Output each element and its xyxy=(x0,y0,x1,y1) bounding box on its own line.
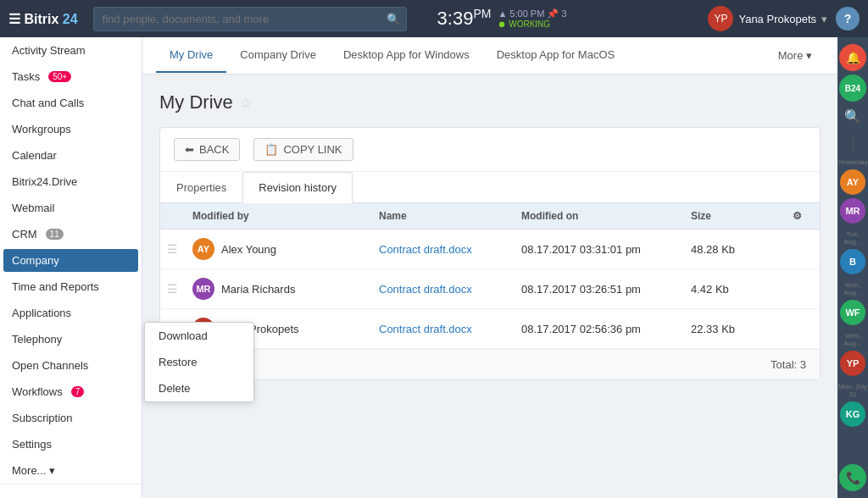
crm-badge: 11 xyxy=(46,229,64,240)
cell-modified-2: 08.17.2017 03:26:51 pm xyxy=(515,283,684,296)
right-panel: 🔔 B24 🔍 Yesterday AY MR Tue, Aug... B Mo… xyxy=(837,37,868,498)
cell-user-2: MR Maria Richards xyxy=(186,278,372,300)
tab-desktop-windows[interactable]: Desktop App for Windows xyxy=(330,38,483,73)
table-row: ☰ AY Alex Young Contract draft.docx 08.1… xyxy=(160,230,820,269)
sidebar-item-subscription[interactable]: Subscription xyxy=(0,405,142,431)
nav-more-button[interactable]: More ▾ xyxy=(766,42,824,69)
cell-user-1: AY Alex Young xyxy=(186,238,372,260)
search-icon[interactable]: 🔍 xyxy=(841,105,865,128)
subtab-revision-history[interactable]: Revision history xyxy=(242,172,353,203)
user-dropdown-icon: ▾ xyxy=(821,13,827,25)
sidebar-item-crm[interactable]: CRM 11 xyxy=(0,221,142,247)
subtab-properties[interactable]: Properties xyxy=(160,172,242,203)
rp-avatar[interactable]: KG xyxy=(840,401,865,427)
gear-icon[interactable]: ⚙ xyxy=(793,210,802,222)
rp-avatar[interactable]: AY xyxy=(840,169,865,195)
sidebar-item-chat-calls[interactable]: Chat and Calls xyxy=(0,90,142,116)
rp-avatar[interactable]: MR xyxy=(840,198,865,224)
table-row: ☰ YP Yana Prokopets Contract draft.docx … xyxy=(160,309,820,349)
cell-size-2: 4.42 Kb xyxy=(684,283,786,296)
drag-handle[interactable]: ☰ xyxy=(160,242,186,256)
sidebar-item-activity-stream[interactable]: Activity Stream xyxy=(0,37,142,64)
col-modified-by[interactable]: Modified by xyxy=(186,210,372,222)
copy-link-button[interactable]: 📋 COPY LINK xyxy=(253,138,353,161)
search-icon: 🔍 xyxy=(387,13,400,25)
app-logo: ☰ Bitrix 24 xyxy=(8,11,78,27)
content-area: My Drive ☆ ⬅ BACK 📋 COPY LINK xyxy=(142,75,837,498)
nav-tabs: My Drive Company Drive Desktop App for W… xyxy=(142,37,837,75)
cell-filename-3[interactable]: Contract draft.docx xyxy=(372,323,515,335)
sidebar-item-tasks[interactable]: Tasks 50+ xyxy=(0,64,142,90)
copy-icon: 📋 xyxy=(264,143,278,156)
clock-section: 3:39PM ▲ 5:00 PM 📌 3 ⏺ WORKING xyxy=(429,7,567,30)
workflows-badge: 7 xyxy=(71,386,85,397)
cell-size-3: 22.33 Kb xyxy=(684,323,786,335)
sidebar-item-workgroups[interactable]: Workgroups xyxy=(0,116,142,142)
back-button[interactable]: ⬅ BACK xyxy=(174,138,240,161)
phone-icon-wrap: 📞 xyxy=(839,464,866,491)
topbar-right: YP Yana Prokopets ▾ ? xyxy=(708,6,860,31)
clock-detail: ▲ 5:00 PM 📌 3 ⏺ WORKING xyxy=(498,8,566,29)
search-input[interactable] xyxy=(93,7,407,31)
card-toolbar: ⬅ BACK 📋 COPY LINK xyxy=(160,128,820,172)
avatar: AY xyxy=(192,238,214,260)
sidebar-item-webmail[interactable]: Webmail xyxy=(0,195,142,221)
rp-avatar[interactable]: B xyxy=(840,249,865,274)
sidebar-item-workflows[interactable]: Workflows 7 xyxy=(0,379,142,405)
tab-my-drive[interactable]: My Drive xyxy=(156,38,226,73)
col-size[interactable]: Size xyxy=(684,210,786,222)
drag-handle[interactable]: ☰ xyxy=(160,282,186,296)
topbar: ☰ Bitrix 24 🔍 3:39PM ▲ 5:00 PM 📌 3 ⏺ WOR… xyxy=(0,0,868,37)
sidebar-item-bitrix24drive[interactable]: Bitrix24.Drive xyxy=(0,169,142,195)
context-menu-download[interactable]: Download xyxy=(145,323,253,349)
sidebar-item-company[interactable]: Company xyxy=(3,249,138,272)
avatar: MR xyxy=(192,278,214,300)
sidebar-item-applications[interactable]: Applications xyxy=(0,300,142,326)
sidebar-item-settings[interactable]: Settings xyxy=(0,431,142,457)
layout: Activity Stream Tasks 50+ Chat and Calls… xyxy=(0,37,868,498)
search-wrap: 🔍 xyxy=(93,7,407,31)
main-card: ⬅ BACK 📋 COPY LINK Properties Revision h… xyxy=(159,127,821,380)
sidebar-item-telephony[interactable]: Telephony xyxy=(0,326,142,352)
back-arrow-icon: ⬅ xyxy=(185,143,194,156)
cell-size-1: 48.28 Kb xyxy=(684,243,786,256)
cell-filename-1[interactable]: Contract draft.docx xyxy=(372,243,515,256)
col-settings[interactable]: ⚙ xyxy=(786,210,820,222)
context-menu: Download Restore Delete xyxy=(144,322,254,402)
rp-avatar[interactable]: YP xyxy=(840,351,865,376)
subtabs: Properties Revision history xyxy=(160,172,820,203)
divider xyxy=(853,135,854,152)
page-title: My Drive ☆ xyxy=(159,91,821,113)
table-header: Modified by Name Modified on Size ⚙ xyxy=(160,203,820,230)
avatar: YP xyxy=(708,6,733,31)
clock-display: 3:39PM xyxy=(437,7,492,30)
context-menu-delete[interactable]: Delete xyxy=(145,375,253,401)
rp-avatar[interactable]: WF xyxy=(840,300,865,325)
user-menu[interactable]: YP Yana Prokopets ▾ xyxy=(708,6,827,31)
table-row: ☰ MR Maria Richards Contract draft.docx … xyxy=(160,269,820,309)
tab-company-drive[interactable]: Company Drive xyxy=(226,38,330,73)
table-footer: Total: 3 xyxy=(160,349,820,379)
configure-menu-button[interactable]: CONFIGURE MENU ⚙ xyxy=(7,491,135,498)
notifications-icon[interactable]: 🔔 xyxy=(839,44,866,71)
sidebar-item-open-channels[interactable]: Open Channels xyxy=(0,352,142,379)
col-modified-on[interactable]: Modified on xyxy=(515,210,684,222)
sidebar-item-time-reports[interactable]: Time and Reports xyxy=(0,274,142,300)
cell-modified-3: 08.17.2017 02:56:36 pm xyxy=(515,323,684,335)
favorite-icon[interactable]: ☆ xyxy=(240,95,252,111)
cell-filename-2[interactable]: Contract draft.docx xyxy=(372,283,515,296)
main-area: My Drive Company Drive Desktop App for W… xyxy=(142,37,837,498)
tasks-badge: 50+ xyxy=(48,71,71,82)
context-menu-restore[interactable]: Restore xyxy=(145,349,253,375)
sidebar-bottom: CONFIGURE MENU ⚙ + INVITE USERS xyxy=(0,484,142,498)
bitrix24-icon[interactable]: B24 xyxy=(839,75,866,102)
tab-desktop-mac[interactable]: Desktop App for MacOS xyxy=(483,38,628,73)
help-button[interactable]: ? xyxy=(836,7,860,30)
phone-icon[interactable]: 📞 xyxy=(839,464,866,491)
sidebar-item-calendar[interactable]: Calendar xyxy=(0,142,142,169)
sidebar: Activity Stream Tasks 50+ Chat and Calls… xyxy=(0,37,142,498)
sidebar-item-more[interactable]: More... ▾ xyxy=(0,457,142,484)
col-name[interactable]: Name xyxy=(372,210,515,222)
cell-modified-1: 08.17.2017 03:31:01 pm xyxy=(515,243,684,256)
